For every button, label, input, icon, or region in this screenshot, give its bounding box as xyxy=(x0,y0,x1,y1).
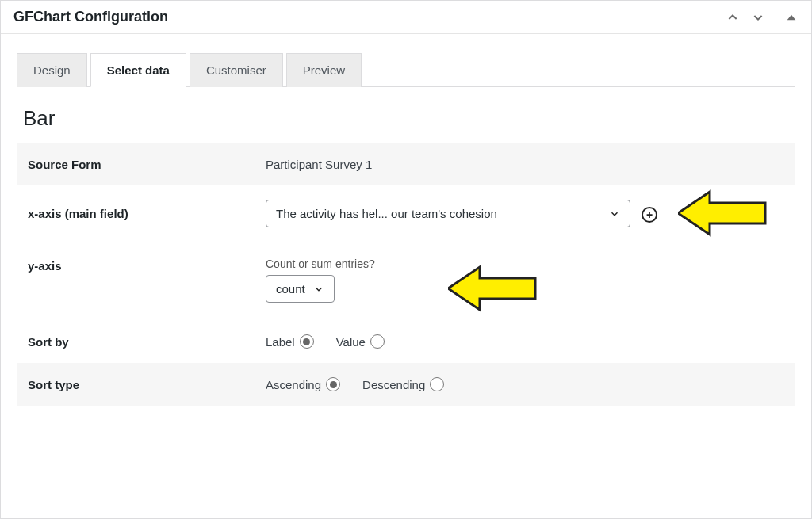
radio-label: Ascending xyxy=(266,378,321,391)
tab-select-data[interactable]: Select data xyxy=(90,53,186,87)
sort-by-radio-group: Label Value xyxy=(266,334,385,349)
row-label: x-axis (main field) xyxy=(28,207,266,220)
radio-label: Label xyxy=(266,335,295,349)
row-label: y-axis xyxy=(28,258,266,273)
y-axis-select[interactable]: count xyxy=(266,275,335,303)
tab-design[interactable]: Design xyxy=(17,53,87,87)
radio-label: Descending xyxy=(362,378,425,391)
tab-preview[interactable]: Preview xyxy=(286,53,362,87)
row-label: Source Form xyxy=(28,158,266,171)
sort-by-label-option[interactable]: Label xyxy=(266,334,314,349)
svg-marker-0 xyxy=(787,14,796,20)
radio-label: Value xyxy=(336,335,366,349)
row-source-form: Source Form Participant Survey 1 xyxy=(17,143,795,185)
tab-customiser[interactable]: Customiser xyxy=(190,53,283,87)
panel-title: GFChart Configuration xyxy=(13,9,726,25)
sort-type-descending-option[interactable]: Descending xyxy=(362,377,444,391)
chevron-up-icon[interactable] xyxy=(726,10,740,25)
radio-icon xyxy=(430,377,444,391)
add-field-button[interactable]: + xyxy=(642,207,657,223)
section-heading: Bar xyxy=(23,106,795,131)
source-form-value: Participant Survey 1 xyxy=(266,158,784,171)
tabs: Design Select data Customiser Preview xyxy=(17,53,795,87)
y-axis-selected-label: count xyxy=(276,282,305,296)
annotation-arrow-icon xyxy=(678,185,773,241)
row-label: Sort type xyxy=(28,378,266,391)
caret-up-icon[interactable] xyxy=(784,10,799,25)
sort-type-radio-group: Ascending Descending xyxy=(266,377,444,391)
x-axis-selected-label: The activity has hel... our team's cohes… xyxy=(276,207,497,220)
radio-icon xyxy=(300,334,314,349)
row-sort-type: Sort type Ascending Descending xyxy=(17,363,795,406)
sort-type-ascending-option[interactable]: Ascending xyxy=(266,377,340,391)
row-x-axis: x-axis (main field) The activity has hel… xyxy=(17,185,795,242)
row-sort-by: Sort by Label Value xyxy=(17,320,795,363)
svg-marker-2 xyxy=(448,267,535,310)
panel-header: GFChart Configuration xyxy=(1,1,811,34)
radio-icon xyxy=(370,334,385,349)
sort-by-value-option[interactable]: Value xyxy=(336,334,385,349)
chevron-down-icon[interactable] xyxy=(751,10,765,25)
radio-icon xyxy=(326,377,340,391)
chevron-down-icon xyxy=(313,284,324,295)
y-axis-sublabel: Count or sum entries? xyxy=(266,258,784,270)
plus-icon: + xyxy=(642,207,657,223)
row-y-axis: y-axis Count or sum entries? count xyxy=(17,242,795,320)
x-axis-select[interactable]: The activity has hel... our team's cohes… xyxy=(266,200,630,227)
chevron-down-icon xyxy=(609,208,620,219)
panel-header-controls xyxy=(726,10,799,25)
row-label: Sort by xyxy=(28,335,266,349)
svg-marker-1 xyxy=(678,192,765,235)
